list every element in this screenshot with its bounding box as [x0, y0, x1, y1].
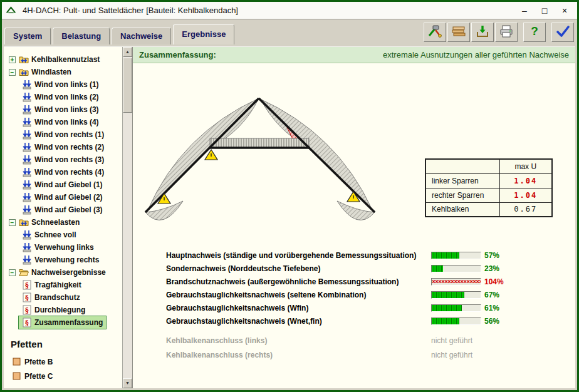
tree-item-label: Pfette B: [24, 358, 53, 366]
tree-item-verwehung-rechts[interactable]: Verwehung rechts: [19, 254, 102, 266]
check-row-sondernachweis-norddeutsche-tiefebene: Sondernachweis (Norddeutsche Tiefebene)2…: [166, 262, 570, 275]
check-label: Gebrauchstauglichkeitsnachweis (seltene …: [166, 291, 431, 299]
progress-bar: [431, 252, 481, 259]
app-window: 4H-DACH: Pult- und Satteldächer [Bauteil…: [0, 0, 579, 392]
scroll-down-icon[interactable]: ▼: [123, 378, 132, 388]
tree-item-wind-von-links-4[interactable]: Wind von links (4): [19, 116, 102, 128]
tree-item-label: Verwehung rechts: [34, 255, 99, 264]
progress-bar-fill: [432, 318, 459, 324]
tree-item-wind-auf-giebel-3[interactable]: Wind auf Giebel (3): [19, 204, 106, 216]
svg-text:§: §: [25, 294, 29, 302]
table-row: rechter Sparren1.04: [425, 188, 552, 202]
check-label: Sondernachweis (Norddeutsche Tiefebene): [166, 264, 431, 273]
tree-item-wind-von-links-2[interactable]: Wind von links (2): [19, 91, 102, 103]
export-icon: [475, 24, 490, 41]
collapse-icon[interactable]: −: [9, 269, 16, 276]
tree-item-wind-von-rechts-2[interactable]: Wind von rechts (2): [19, 141, 107, 153]
tree-item-wind-von-rechts-4[interactable]: Wind von rechts (4): [19, 166, 107, 178]
check-row-kehlbalkenanschluss-rechts: Kehlbalkenanschluss (rechts)nicht geführ…: [166, 348, 570, 362]
expand-icon[interactable]: +: [9, 56, 16, 63]
scroll-up-icon[interactable]: ▲: [123, 47, 132, 57]
sidebar-scrollbar[interactable]: ▲ ▼: [122, 47, 132, 388]
scrollbar-thumb[interactable]: [123, 58, 132, 113]
tree-item-wind-auf-giebel-2[interactable]: Wind auf Giebel (2): [19, 191, 106, 204]
check-label: Kehlbalkenanschluss (links): [166, 336, 431, 345]
collapse-icon[interactable]: −: [9, 219, 16, 226]
collapse-icon[interactable]: −: [9, 69, 16, 76]
tree-item-brandschutz[interactable]: §Brandschutz: [19, 291, 83, 304]
tree-item-nachweisergebnisse[interactable]: −Nachweisergebnisse: [6, 266, 109, 279]
check-label: Gebrauchstauglichkeitsnachweis (Wfin): [166, 304, 431, 312]
tree-item-kehlbalkennutzlast[interactable]: +Kehlbalkennutzlast: [6, 53, 103, 66]
load-icon: [21, 230, 32, 240]
check-row-hauptnachweis-st-ndige-und-vor-bergehende-bemessungssituation: Hauptnachweis (ständige und vorübergehen…: [166, 249, 570, 262]
sidebar: +Kehlbalkennutzlast−WindlastenWind von l…: [4, 47, 133, 388]
roof-diagram: [143, 68, 391, 227]
close-button[interactable]: ×: [555, 3, 575, 18]
load-icon: [21, 80, 32, 90]
tree-item-windlasten[interactable]: −Windlasten: [6, 66, 75, 78]
check-percent: 61%: [484, 304, 499, 312]
tree-item-wind-von-links-3[interactable]: Wind von links (3): [19, 103, 102, 116]
main-area: +Kehlbalkennutzlast−WindlastenWind von l…: [4, 46, 575, 388]
member-label: Kehlbalken: [425, 202, 499, 217]
print-button[interactable]: [495, 23, 518, 42]
member-label: linker Sparren: [425, 173, 499, 188]
load-icon: [21, 242, 32, 252]
pfette-icon: [11, 357, 22, 367]
load-icon: [21, 192, 32, 202]
tree-item-schnee-voll[interactable]: Schnee voll: [19, 229, 80, 241]
tree-item-zusammenfassung[interactable]: §Zusammenfassung: [19, 316, 106, 329]
tree-item-wind-von-rechts-1[interactable]: Wind von rechts (1): [19, 128, 107, 141]
tree-item-wind-von-rechts-3[interactable]: Wind von rechts (3): [19, 153, 107, 166]
tab-ergebnisse[interactable]: Ergebnisse: [173, 24, 234, 44]
utilization-value: 1.04: [499, 173, 552, 188]
check-row-brandschutznachweis-au-ergew-hnliche-bemessungssituation: Brandschutznachweis (außergewöhnliche Be…: [166, 275, 570, 288]
load-icon: [21, 155, 32, 165]
app-roof-icon: [6, 6, 16, 16]
export-button[interactable]: [471, 23, 494, 42]
title-bar: 4H-DACH: Pult- und Satteldächer [Bauteil…: [2, 2, 577, 19]
tree-item-schneelasten[interactable]: −Schneelasten: [6, 216, 83, 229]
lumber-button[interactable]: [447, 23, 470, 42]
load-icon: [21, 92, 32, 102]
confirm-button[interactable]: [551, 23, 574, 42]
progress-bar-fill: ××××××××××××××××××: [432, 279, 481, 285]
load-icon: [21, 180, 32, 190]
tab-nachweise[interactable]: Nachweise: [112, 28, 171, 44]
load-icon: [21, 255, 32, 265]
tab-system[interactable]: System: [4, 28, 51, 44]
content-panel: Zusammenfassung: extremale Ausnutzungen …: [133, 47, 575, 388]
tree-item-label: Wind von links (2): [34, 93, 99, 101]
tree-item-wind-von-links-1[interactable]: Wind von links (1): [19, 78, 102, 91]
tab-bar: SystemBelastungNachweiseErgebnisse ?: [2, 19, 577, 44]
paragraph-icon: §: [21, 305, 32, 315]
tree-item-tragf-higkeit[interactable]: §Tragfähigkeit: [19, 279, 85, 291]
check-percent: 57%: [484, 251, 499, 260]
tree-item-pfette-b[interactable]: Pfette B: [9, 354, 56, 369]
tree-item-label: Windlasten: [31, 68, 71, 76]
table-corner-cell: [425, 159, 499, 173]
tree-item-label: Tragfähigkeit: [34, 281, 81, 289]
table-row: linker Sparren1.04: [425, 173, 552, 188]
progress-bar-fill: [432, 292, 464, 298]
progress-bar: [431, 304, 481, 312]
tools-button[interactable]: [424, 23, 446, 42]
svg-text:§: §: [25, 306, 29, 314]
tree-item-label: Wind auf Giebel (3): [34, 205, 103, 214]
utilization-value: 1.04: [499, 188, 552, 202]
tools-icon: [427, 24, 442, 41]
tree-item-pfette-c[interactable]: Pfette C: [9, 369, 56, 383]
tab-belastung[interactable]: Belastung: [53, 28, 110, 44]
tree-item-label: Schneelasten: [31, 218, 80, 227]
maximize-button[interactable]: □: [535, 3, 555, 18]
minimize-button[interactable]: –: [514, 3, 535, 18]
help-button[interactable]: ?: [523, 23, 546, 42]
check-percent: 104%: [484, 277, 504, 286]
tree-item-durchbiegung[interactable]: §Durchbiegung: [19, 304, 88, 316]
checks-list: Hauptnachweis (ständige und vorübergehen…: [166, 249, 570, 362]
tree-item-verwehung-links[interactable]: Verwehung links: [19, 241, 97, 254]
progress-bar-fill: [432, 266, 443, 272]
tree-item-wind-auf-giebel-1[interactable]: Wind auf Giebel (1): [19, 178, 106, 191]
load-icon: [21, 105, 32, 115]
